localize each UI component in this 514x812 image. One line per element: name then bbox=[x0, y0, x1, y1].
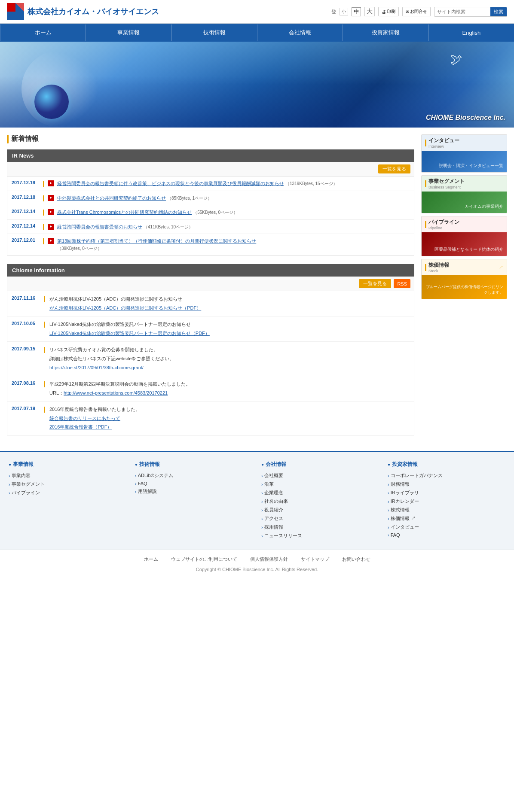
list-item: ›会社概要 bbox=[261, 472, 379, 479]
contact-button[interactable]: ✉ お問合せ bbox=[402, 7, 431, 16]
nav-home[interactable]: ホーム bbox=[0, 24, 86, 41]
footer-link[interactable]: ›事業セグメント bbox=[9, 481, 126, 487]
list-item: ›株式情報 bbox=[388, 507, 505, 513]
sidebar-card-link: ブルームバーグ提供の株価情報ページにリンクします。 bbox=[425, 284, 503, 295]
footer-link[interactable]: ›財務情報 bbox=[388, 481, 505, 487]
footer-link[interactable]: ›事業内容 bbox=[9, 472, 126, 479]
chiome-info-header: Chiome Information bbox=[7, 264, 414, 277]
footer-link[interactable]: ›インタビュー bbox=[388, 524, 505, 530]
search-input[interactable] bbox=[434, 8, 490, 15]
news-date: 2017.12.19 bbox=[12, 180, 40, 185]
list-item: ›IRライブラリ bbox=[388, 490, 505, 496]
nav-technology[interactable]: 技術情報 bbox=[172, 24, 257, 41]
news-link[interactable]: http://www.net-presentations.com/4583/20… bbox=[64, 390, 168, 395]
news-link[interactable]: 中外製薬株式会社との共同研究契約終了のお知らせ bbox=[57, 195, 166, 201]
font-large[interactable]: 大 bbox=[364, 7, 375, 16]
ir-news-list-button[interactable]: 一覧を見る bbox=[378, 164, 410, 173]
news-text: 経営諮問委員会の報告書受領に伴う改善策、ビジネスの現状と今後の事業展開及び役員報… bbox=[57, 180, 337, 187]
news-link[interactable]: 経営諮問委員会の報告書受領に伴う改善策、ビジネスの現状と今後の事業展開及び役員報… bbox=[57, 181, 284, 186]
news-desc: 詳細は株式会社リバネスの下記websiteをご参照ください。 bbox=[49, 355, 174, 363]
print-button[interactable]: 🖨 印刷 bbox=[378, 7, 399, 16]
sidebar-card-link: 説明会・講演・インタビュー一覧 bbox=[439, 163, 503, 169]
footer-link[interactable]: ›IRライブラリ bbox=[388, 490, 505, 496]
news-date: 2017.12.14 bbox=[12, 209, 40, 214]
logo-text: 株式会社カイオム・バイオサイエンス bbox=[28, 6, 159, 17]
news-link[interactable]: がん治療用抗体LIV-1205（ADC）の開発進捗に関するお知らせ（PDF） bbox=[49, 305, 201, 310]
nav-company[interactable]: 会社情報 bbox=[257, 24, 343, 41]
news-link-1[interactable]: 統合報告書のリリースにあたって bbox=[49, 415, 140, 423]
news-link[interactable]: 株式会社Trans Chromosomicsとの共同研究契約締結のお知らせ bbox=[57, 210, 192, 215]
news-link[interactable]: 経営諮問委員会の報告書受領のお知らせ bbox=[57, 224, 142, 229]
font-small[interactable]: 小 bbox=[340, 8, 348, 15]
footer-link[interactable]: ›IRカレンダー bbox=[388, 498, 505, 505]
footer-link[interactable]: ›アクセス bbox=[261, 515, 379, 522]
news-pdf-icon: ▶ bbox=[48, 180, 54, 186]
logo[interactable]: 株式会社カイオム・バイオサイエンス bbox=[7, 3, 159, 20]
news-link[interactable]: LIV-1205Naked抗体の治験薬の製造委託パートナー選定のお知らせ（PDF… bbox=[49, 331, 210, 336]
footer-link-sitemap[interactable]: サイトマップ bbox=[301, 556, 329, 563]
footer-nav-col-investor: ● 投資家情報 ›コーポレートガバナンス ›財務情報 ›IRライブラリ ›IRカ… bbox=[388, 461, 505, 541]
footer-link[interactable]: ›会社概要 bbox=[261, 472, 379, 479]
sidebar-card-title: インタビュー bbox=[428, 137, 459, 144]
sidebar-card-link: 医薬品候補となるリード抗体の紹介 bbox=[434, 246, 503, 252]
news-meta: （85KBytes, 1ページ） bbox=[167, 196, 212, 201]
logo-icon bbox=[7, 3, 24, 20]
header-tools: 登 小 中 大 🖨 印刷 ✉ お問合せ 検索 bbox=[331, 7, 507, 17]
sidebar-card-pipeline[interactable]: パイプライン Pipeline 医薬品候補となるリード抗体の紹介 bbox=[421, 216, 507, 256]
nav-business[interactable]: 事業情報 bbox=[86, 24, 171, 41]
footer-link-privacy[interactable]: 個人情報保護方針 bbox=[250, 556, 288, 563]
news-item-bar bbox=[44, 347, 45, 353]
table-row: 2017.09.15 リバネス研究費カイオム賞の公募を開始しました。 詳細は株式… bbox=[7, 342, 414, 376]
news-pdf-icon: ▶ bbox=[48, 209, 54, 215]
footer-link[interactable]: ›沿革 bbox=[261, 481, 379, 487]
footer-link[interactable]: ›社名の由来 bbox=[261, 498, 379, 505]
list-item: ›沿革 bbox=[261, 481, 379, 487]
sidebar-card-body: 医薬品候補となるリード抗体の紹介 bbox=[422, 232, 507, 256]
search-button[interactable]: 検索 bbox=[490, 7, 507, 16]
sidebar-card-title: パイプライン bbox=[428, 219, 459, 226]
news-link-2[interactable]: 2016年度統合報告書（PDF） bbox=[49, 423, 140, 431]
list-item: ›ADLib®システム bbox=[135, 472, 253, 479]
sidebar-card-interview[interactable]: インタビュー Interview 説明会・講演・インタビュー一覧 bbox=[421, 134, 507, 173]
footer-link[interactable]: ›株価情報 ↗ bbox=[388, 515, 505, 522]
footer-link[interactable]: ›コーポレートガバナンス bbox=[388, 472, 505, 479]
sidebar-card-business[interactable]: 事業セグメント Business Segment カイオムの事業紹介 bbox=[421, 175, 507, 213]
footer-link-contact[interactable]: お問い合わせ bbox=[342, 556, 370, 563]
news-link[interactable]: https://r.lne.st/2017/09/01/38th-chiome-… bbox=[49, 365, 144, 370]
news-text: 第13回新株予約権（第三者割当て）（行使価額修正条項付）の月間行使状況に関するお… bbox=[57, 237, 256, 252]
ir-news-list-btn-wrap: 一覧を見る bbox=[7, 162, 414, 176]
footer-link[interactable]: ›企業理念 bbox=[261, 490, 379, 496]
bullet-icon: ● bbox=[135, 462, 138, 467]
footer-link[interactable]: ›FAQ bbox=[135, 481, 253, 486]
chiome-rss-button[interactable]: RSS bbox=[394, 279, 410, 288]
list-item: ›株価情報 ↗ bbox=[388, 515, 505, 522]
bullet-icon: ● bbox=[388, 462, 390, 467]
footer-link[interactable]: ›FAQ bbox=[388, 532, 505, 538]
font-medium[interactable]: 中 bbox=[352, 7, 361, 16]
news-body: 2016年度統合報告書を掲載いたしました。 統合報告書のリリースにあたって 20… bbox=[49, 406, 140, 431]
footer-link[interactable]: ›ニュースリリース bbox=[261, 532, 379, 539]
sidebar-card-title: 株価情報 bbox=[428, 262, 449, 269]
sidebar-card-stock-header: 株価情報 Stock ↗ bbox=[422, 259, 507, 275]
sidebar-card-pipeline-header: パイプライン Pipeline bbox=[422, 216, 507, 232]
news-date: 2017.07.19 bbox=[12, 406, 40, 411]
footer-link[interactable]: ›株式情報 bbox=[388, 507, 505, 513]
footer-copyright: Copyright © CHIOME Bioscience Inc. All R… bbox=[9, 567, 505, 572]
footer-link-terms[interactable]: ウェブサイトのご利用について bbox=[171, 556, 237, 563]
sidebar-card-stock[interactable]: 株価情報 Stock ↗ ブルームバーグ提供の株価情報ページにリンクします。 bbox=[421, 259, 507, 299]
footer-link[interactable]: ›役員紹介 bbox=[261, 507, 379, 513]
svg-marker-1 bbox=[7, 3, 15, 12]
nav-english[interactable]: English bbox=[429, 25, 514, 40]
footer-link[interactable]: ›パイプライン bbox=[9, 490, 126, 496]
footer-link[interactable]: ›ADLib®システム bbox=[135, 472, 253, 479]
footer-link-home[interactable]: ホーム bbox=[144, 556, 158, 563]
nav-investor[interactable]: 投資家情報 bbox=[343, 24, 428, 41]
chiome-list-button[interactable]: 一覧を見る bbox=[359, 279, 391, 288]
footer-link[interactable]: ›採用情報 bbox=[261, 524, 379, 530]
list-item: ›社名の由来 bbox=[261, 498, 379, 505]
sidebar-card-bar bbox=[425, 264, 426, 271]
footer-link[interactable]: ›用語解説 bbox=[135, 488, 253, 495]
list-item: ›採用情報 bbox=[261, 524, 379, 530]
news-item-bar bbox=[44, 296, 45, 302]
news-link[interactable]: 第13回新株予約権（第三者割当て）（行使価額修正条項付）の月間行使状況に関するお… bbox=[57, 238, 256, 243]
